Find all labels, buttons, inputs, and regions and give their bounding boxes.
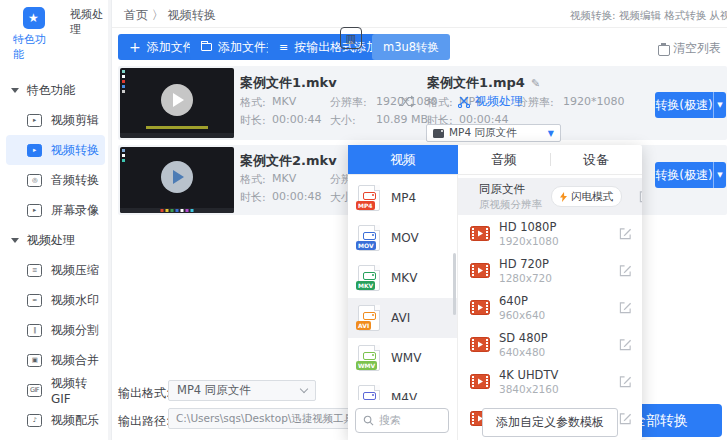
output-format-dropdown[interactable]: MP4 同原文件 — [168, 380, 316, 401]
section-video-processing[interactable]: 视频处理 — [0, 225, 111, 255]
trash-icon — [658, 43, 668, 54]
sidebar-item-video-music[interactable]: ♪ 视频配乐 — [6, 405, 105, 435]
sidebar-item-audio-convert[interactable]: ◎ 音频转换 — [6, 165, 105, 195]
edit-preset-icon[interactable] — [619, 264, 632, 277]
clear-list-button[interactable]: 清空列表 — [658, 40, 721, 57]
sidebar-item-video-compress[interactable]: ≡ 视频压缩 — [6, 255, 105, 285]
output-path-label: 输出路径: — [118, 413, 170, 430]
convert-dropdown-arrow[interactable]: ▼ — [713, 92, 726, 118]
mov-file-icon: MOV — [358, 225, 380, 251]
preset-item-1080p[interactable]: HD 1080P1920x1080 — [458, 215, 642, 252]
tab-video[interactable]: 视频 — [348, 145, 458, 174]
tab-feature-label: 特色功能 — [13, 32, 54, 62]
edit-preset-icon[interactable] — [619, 375, 632, 388]
sidebar-item-video-watermark[interactable]: ≈ 视频水印 — [6, 285, 105, 315]
video-split-icon: ∥ — [27, 324, 42, 337]
sidebar-item-video-edit[interactable]: ▸ 视频剪辑 — [6, 105, 105, 135]
add-custom-preset-button[interactable]: 添加自定义参数模板 — [482, 408, 618, 437]
rename-pencil-icon[interactable]: ✎ — [531, 77, 540, 90]
search-box[interactable] — [355, 408, 449, 433]
sidebar-item-subtitle-sticker[interactable]: T 字幕/贴图 — [6, 435, 105, 440]
gif-icon: GIF — [27, 384, 42, 397]
sidebar-item-label: 屏幕录像 — [51, 202, 99, 219]
format-item-avi[interactable]: AVI AVI — [348, 298, 457, 338]
tab-audio[interactable]: 音频 — [458, 145, 550, 174]
preset-item-480p[interactable]: SD 480P640x480 — [458, 326, 642, 363]
play-icon[interactable] — [161, 161, 193, 193]
chevron-down-icon — [300, 385, 308, 393]
chevron-down-icon — [11, 238, 19, 243]
breadcrumb-separator: 〉 — [152, 8, 164, 22]
format-label: WMV — [391, 351, 421, 365]
play-icon[interactable] — [161, 84, 193, 116]
sidebar-item-label: 视频水印 — [51, 292, 99, 309]
preset-item-original[interactable]: 同原文件原视频分辨率 闪电模式 — [458, 178, 642, 215]
edit-preset-icon[interactable] — [619, 301, 632, 314]
filmstrip-icon — [470, 337, 490, 352]
clear-list-label: 清空列表 — [673, 40, 721, 57]
sidebar-item-label: 视频转GIF — [51, 375, 105, 406]
header-hint-text: 视频转换: 视频编辑 格式转换 从视频提取音频 — [570, 9, 727, 23]
edit-preset-icon[interactable] — [619, 412, 632, 425]
sidebar-menu: 特色功能 ▸ 视频剪辑 ▸ 视频转换 ◎ 音频转换 ▸ 屏幕录像 视频处理 — [0, 67, 111, 440]
sidebar-item-video-merge[interactable]: ▣ 视频合并 — [6, 345, 105, 375]
video-thumbnail-2[interactable] — [120, 147, 234, 213]
m3u8-convert-button[interactable]: m3u8转换 — [372, 34, 450, 60]
section-label: 视频处理 — [27, 232, 75, 249]
scissors-icon — [458, 96, 470, 108]
sidebar-item-label: 音频转换 — [51, 172, 99, 189]
breadcrumb-home[interactable]: 首页 — [124, 8, 148, 22]
app-window: ★ 特色功能 ▥ 视频处理 特色功能 ▸ 视频剪辑 ▸ 视频转换 ◎ — [0, 0, 727, 440]
sidebar: ★ 特色功能 ▥ 视频处理 特色功能 ▸ 视频剪辑 ▸ 视频转换 ◎ — [0, 0, 112, 440]
video-edit-icon: ▸ — [27, 114, 42, 127]
output-format-dropdown-value: MP4 同原文件 — [177, 383, 251, 398]
sidebar-item-video-split[interactable]: ∥ 视频分割 — [6, 315, 105, 345]
format-item-mov[interactable]: MOV MOV — [348, 218, 457, 258]
output-path-input[interactable] — [168, 408, 356, 429]
preset-item-720p[interactable]: HD 720P1280x720 — [458, 252, 642, 289]
output-format-select[interactable]: MP4 同原文件 ▼ — [426, 124, 561, 142]
preset-list: 同原文件原视频分辨率 闪电模式 HD 1080P1920x1080 — [458, 175, 642, 440]
search-input[interactable] — [379, 414, 437, 427]
output-format-label: 输出格式: — [118, 385, 170, 402]
tab-video-processing[interactable]: ▥ 视频处理 — [70, 7, 111, 62]
filmstrip-icon — [470, 263, 490, 278]
section-feature-functions[interactable]: 特色功能 — [0, 75, 111, 105]
breadcrumb-bar: 首页 〉 视频转换 视频转换: 视频编辑 格式转换 从视频提取音频 — [112, 0, 727, 28]
format-item-wmv[interactable]: WMV WMV — [348, 338, 457, 378]
edit-preset-icon[interactable] — [619, 227, 632, 240]
convert-button-1[interactable]: 转换(极速) ▼ — [655, 92, 726, 118]
preset-subtitle: 640x480 — [499, 346, 548, 358]
convert-dropdown-arrow[interactable]: ▼ — [713, 162, 726, 188]
convert-label: 转换(极速) — [655, 92, 713, 118]
desktop-icons — [122, 70, 125, 93]
search-icon — [363, 415, 374, 426]
tab-device[interactable]: 设备 — [550, 145, 642, 174]
sidebar-item-screen-record[interactable]: ▸ 屏幕录像 — [6, 195, 105, 225]
list-icon: ≡ — [279, 41, 288, 54]
sidebar-item-label: 视频转换 — [51, 142, 99, 159]
lightning-mode-badge[interactable]: 闪电模式 — [551, 186, 622, 207]
convert-button-2[interactable]: 转换(极速) ▼ — [655, 162, 726, 188]
sidebar-item-video-to-gif[interactable]: GIF 视频转GIF — [6, 375, 105, 405]
edit-preset-icon[interactable] — [619, 338, 632, 351]
tab-feature-functions[interactable]: ★ 特色功能 — [13, 7, 54, 62]
format-item-mkv[interactable]: MKV MKV — [348, 258, 457, 298]
m3u8-label: m3u8转换 — [383, 40, 439, 55]
lightning-icon — [560, 192, 567, 202]
format-item-mp4[interactable]: MP4 MP4 — [348, 178, 457, 218]
add-by-format-label: 按输出格式添加 — [294, 39, 378, 56]
edit-preset-icon[interactable] — [639, 190, 642, 203]
sidebar-item-video-convert[interactable]: ▸ 视频转换 — [6, 135, 105, 165]
video-process-link[interactable]: 视频处理 — [458, 93, 523, 110]
format-list-scrollbar[interactable] — [453, 253, 456, 315]
preset-item-4k-uhdtv[interactable]: 4K UHDTV3840x2160 — [458, 363, 642, 400]
preset-item-640p[interactable]: 640P960x640 — [458, 289, 642, 326]
folder-icon — [201, 43, 212, 51]
preset-title: 640P — [499, 294, 545, 308]
video-thumbnail-1[interactable] — [120, 68, 234, 138]
tab-process-label: 视频处理 — [70, 7, 111, 37]
preset-subtitle: 1920x1080 — [499, 235, 559, 247]
sidebar-scrollbar[interactable] — [108, 0, 111, 440]
sidebar-item-label: 视频分割 — [51, 322, 99, 339]
